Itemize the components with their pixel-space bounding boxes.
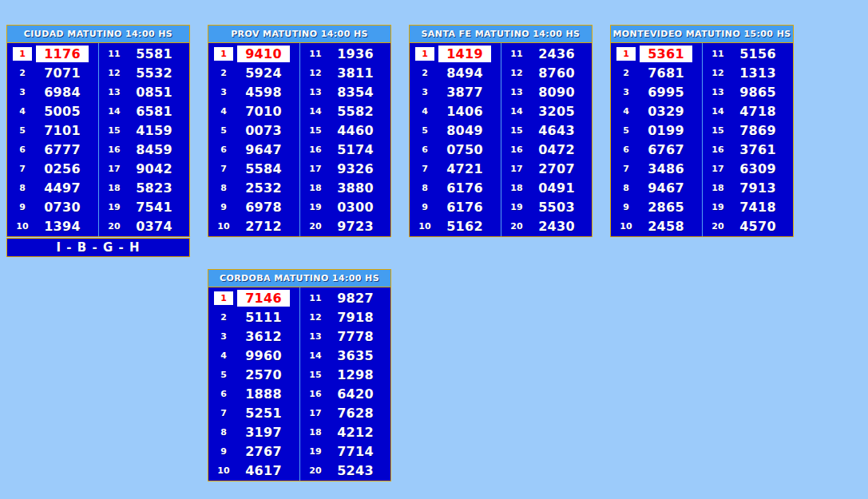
results-column-left: 1117627071369844500557101667777025684497…	[7, 43, 98, 236]
result-row: 70256	[7, 159, 98, 178]
result-row: 204570	[703, 216, 793, 236]
position-label: 7	[13, 162, 32, 176]
result-number: 7628	[329, 405, 382, 422]
result-row: 15361	[611, 44, 702, 63]
result-row: 197541	[99, 197, 189, 216]
result-row: 105162	[410, 216, 501, 236]
result-row: 209723	[300, 216, 390, 236]
result-number: 7541	[128, 199, 180, 216]
position-label: 17	[306, 162, 325, 176]
result-number: 1176	[36, 46, 89, 62]
result-row: 143205	[501, 101, 592, 121]
result-number: 2712	[237, 218, 290, 235]
position-label: 11	[708, 47, 727, 61]
position-label: 10	[214, 220, 233, 233]
position-label: 8	[415, 181, 434, 195]
position-label: 3	[13, 85, 32, 99]
position-label: 5	[214, 124, 233, 137]
result-number: 4497	[36, 180, 89, 196]
result-number: 5361	[640, 46, 692, 62]
result-row: 36995	[611, 82, 702, 101]
position-label: 2	[214, 311, 233, 324]
result-number: 1888	[237, 386, 290, 402]
result-number: 0491	[530, 180, 583, 196]
position-label: 7	[415, 162, 434, 176]
result-number: 0073	[237, 122, 290, 139]
result-row: 127918	[300, 307, 390, 327]
results-column-right: 1151561213131398651447181578691637611763…	[702, 43, 793, 236]
board-results: 1714625111336124996052570618887525183197…	[208, 287, 391, 481]
result-row: 197714	[300, 442, 390, 461]
result-row: 176309	[703, 159, 793, 178]
result-number: 2767	[237, 443, 290, 460]
result-row: 138354	[300, 82, 390, 101]
results-column-left: 1941025924345984701050073696477558482532…	[208, 43, 299, 236]
result-number: 4617	[237, 462, 290, 479]
position-label: 19	[708, 200, 727, 214]
result-row: 151298	[300, 365, 390, 384]
result-number: 9827	[329, 290, 382, 307]
position-label: 18	[507, 181, 526, 195]
result-number: 5243	[329, 462, 382, 479]
position-label: 4	[214, 105, 233, 118]
position-label: 16	[507, 143, 526, 156]
position-label: 1	[616, 47, 636, 61]
result-number: 7714	[329, 443, 382, 460]
result-number: 6978	[237, 199, 290, 216]
position-label: 5	[214, 368, 233, 382]
position-label: 3	[616, 85, 636, 99]
result-number: 8494	[438, 65, 491, 81]
result-row: 185823	[99, 178, 189, 197]
result-number: 3880	[329, 180, 382, 196]
result-number: 3197	[237, 424, 290, 441]
result-number: 1298	[329, 366, 382, 383]
result-number: 9326	[329, 160, 382, 177]
result-row: 69647	[208, 140, 299, 159]
result-row: 83197	[208, 422, 299, 442]
result-row: 123811	[300, 63, 390, 82]
position-label: 1	[415, 47, 434, 61]
result-row: 58049	[410, 121, 501, 140]
result-row: 84497	[7, 178, 98, 197]
result-number: 9960	[237, 347, 290, 364]
result-row: 34598	[208, 82, 299, 101]
position-label: 13	[306, 330, 325, 343]
result-row: 190300	[300, 197, 390, 216]
result-number: 6309	[731, 160, 784, 177]
position-label: 8	[214, 426, 233, 439]
board-results: 1141928494338774140658049607507472186176…	[409, 43, 593, 237]
result-number: 7101	[36, 122, 89, 139]
result-number: 3612	[237, 328, 290, 345]
position-label: 1	[13, 47, 32, 61]
position-label: 9	[214, 445, 233, 458]
result-number: 4721	[438, 160, 491, 177]
position-label: 2	[415, 66, 434, 80]
position-label: 13	[708, 85, 727, 99]
result-number: 5156	[731, 46, 784, 62]
results-column-left: 1141928494338774140658049607507472186176…	[410, 43, 501, 236]
result-row: 202430	[501, 216, 592, 236]
result-row: 61888	[208, 384, 299, 403]
position-label: 6	[415, 143, 434, 156]
result-row: 28494	[410, 63, 501, 82]
result-number: 0851	[128, 84, 180, 101]
result-number: 5162	[438, 218, 491, 235]
result-row: 180491	[501, 178, 592, 197]
position-label: 20	[708, 220, 727, 233]
result-number: 3811	[329, 65, 382, 81]
position-label: 8	[616, 181, 636, 195]
result-row: 92767	[208, 442, 299, 461]
position-label: 16	[708, 143, 727, 156]
position-label: 15	[708, 124, 727, 137]
result-row: 11419	[410, 44, 501, 63]
result-number: 9647	[237, 141, 290, 158]
result-row: 102712	[208, 216, 299, 236]
position-label: 4	[13, 105, 32, 118]
result-number: 5581	[128, 46, 180, 62]
position-label: 1	[214, 291, 233, 305]
position-label: 3	[415, 85, 434, 99]
result-row: 179326	[300, 159, 390, 178]
result-row: 128760	[501, 63, 592, 82]
result-number: 6984	[36, 84, 89, 101]
result-row: 177628	[300, 403, 390, 422]
